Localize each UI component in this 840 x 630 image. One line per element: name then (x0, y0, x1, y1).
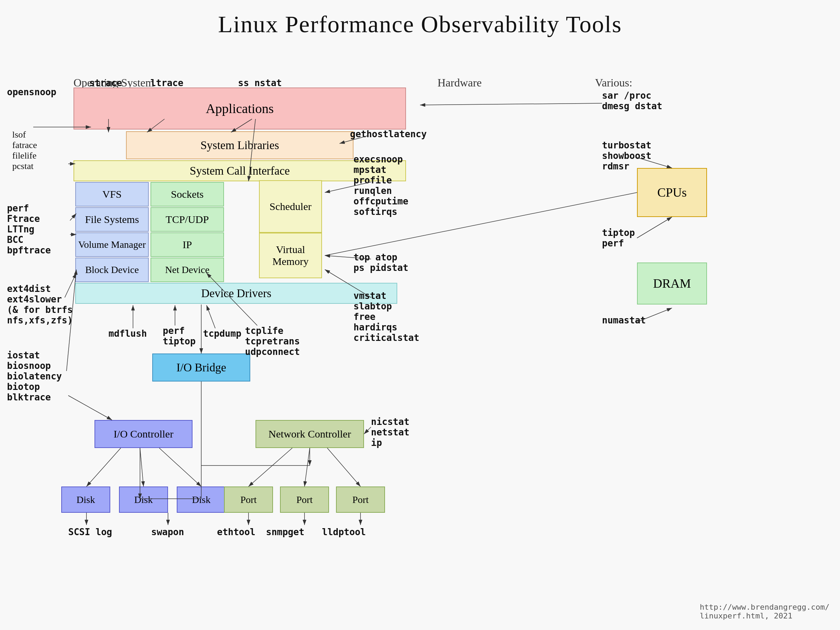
dram-box: DRAM (637, 262, 707, 305)
hw-section-label: Hardware (437, 76, 482, 89)
net-device-box: Net Device (150, 257, 224, 282)
scheduler-box: Scheduler (259, 180, 322, 233)
sockets-box: Sockets (150, 182, 224, 207)
svg-line-36 (327, 448, 360, 486)
tool-turbostat-group: turbostat showboost rdmsr (602, 140, 651, 172)
disk-box-1: Disk (61, 486, 110, 513)
tool-lldptool: lldptool (322, 527, 366, 537)
system-libraries-layer: System Libraries (126, 131, 354, 159)
volume-manager-box: Volume Manager (75, 232, 149, 257)
ip-box: IP (150, 232, 224, 257)
tool-lsof-group: lsof fatrace filelife pcstat (12, 129, 37, 172)
tool-execsnoop-group: execsnoop mpstat profile runqlen offcput… (354, 154, 409, 217)
cpus-box: CPUs (637, 168, 707, 217)
tcpudp-box: TCP/UDP (150, 207, 224, 232)
port-box-2: Port (280, 486, 329, 513)
svg-line-33 (159, 448, 201, 486)
tool-scsi-log: SCSI log (68, 527, 112, 537)
filesystems-box: File Systems (75, 207, 149, 232)
vfs-box: VFS (75, 182, 149, 207)
tool-ltrace: ltrace (150, 78, 183, 88)
tool-fatrace: fatrace (12, 140, 37, 150)
tool-perf-group: perf Ftrace LTTng BCC bpftrace (7, 203, 51, 256)
tool-lsof: lsof (12, 129, 26, 140)
tool-tiptop-perf: tiptop perf (602, 227, 635, 248)
footer-link: http://www.brendangregg.com/ linuxperf.h… (699, 603, 829, 620)
tool-strace: strace (89, 78, 122, 88)
io-bridge-box: I/O Bridge (152, 354, 250, 382)
io-controller-box: I/O Controller (95, 420, 193, 448)
disk-box-2: Disk (119, 486, 168, 513)
diagram-container: Operating System Hardware Various: Appli… (0, 46, 840, 627)
page-title: Linux Performance Observability Tools (0, 0, 840, 38)
tool-hardirqs-group: hardirqs criticalstat (354, 322, 419, 343)
tool-numastat: numastat (602, 315, 646, 325)
various-section-label: Various: (595, 76, 632, 89)
tool-ethtool: ethtool (217, 527, 256, 537)
port-box-3: Port (336, 486, 385, 513)
network-controller-box: Network Controller (256, 420, 364, 448)
tool-filelife: filelife (12, 150, 36, 161)
device-drivers-box: Device Drivers (75, 283, 397, 304)
tool-mdflush: mdflush (109, 328, 147, 339)
tool-iostat-group: iostat biosnoop biolatency biotop blktra… (7, 350, 62, 403)
svg-line-37 (364, 427, 371, 434)
tool-nicstat-group: nicstat netstat ip (371, 417, 409, 448)
virtual-memory-box: Virtual Memory (259, 233, 322, 278)
svg-line-34 (248, 448, 292, 486)
tool-perf-tiptop: perf tiptop (163, 325, 196, 346)
svg-line-35 (305, 448, 310, 486)
tool-tcpdump: tcpdump (203, 328, 242, 339)
tool-snmpget: snmpget (266, 527, 305, 537)
tool-swapon: swapon (151, 527, 184, 537)
svg-line-18 (637, 217, 672, 238)
tool-sar-proc: sar /proc dmesg dstat (602, 90, 662, 111)
tool-pcstat: pcstat (12, 161, 33, 171)
tool-ss-nstat: ss nstat (238, 78, 282, 88)
svg-line-31 (87, 448, 121, 486)
tool-gethostlatency: gethostlatency (350, 129, 427, 139)
svg-line-23 (207, 305, 215, 328)
tool-opensnoop: opensnoop (7, 87, 56, 97)
tool-tcplife-group: tcplife tcpretrans udpconnect (245, 325, 300, 357)
tool-top-atop: top atop ps pidstat (354, 252, 409, 273)
port-box-1: Port (224, 486, 273, 513)
svg-line-17 (420, 103, 602, 105)
disk-box-3: Disk (177, 486, 226, 513)
tool-vmstat-group: vmstat slabtop free (354, 291, 392, 322)
tool-ext4dist-group: ext4dist ext4slower (& for btrfs nfs,xfs… (7, 284, 73, 325)
block-device-box: Block Device (75, 257, 149, 282)
svg-line-32 (140, 448, 144, 486)
svg-line-38 (68, 395, 112, 420)
applications-layer: Applications (74, 87, 406, 129)
